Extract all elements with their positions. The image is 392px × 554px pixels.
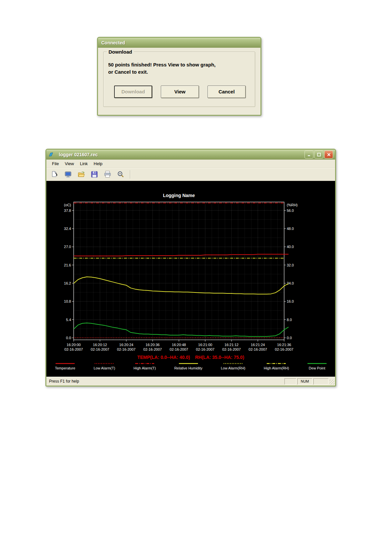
y-left-tick-label: 5.4 <box>66 318 71 322</box>
toolbar-print-button[interactable] <box>102 169 113 179</box>
status-cell-num: NUM <box>297 378 312 385</box>
y-left-axis-title: (oC) <box>64 203 71 207</box>
window-titlebar[interactable]: logger 021607.rec <box>46 150 335 160</box>
status-cell-empty-2 <box>313 378 329 385</box>
plot-border <box>74 202 284 340</box>
x-tick-date-label: 02-16-2007 <box>275 347 293 351</box>
dialog-title: Connected <box>98 40 125 45</box>
y-left-tick-label: 0.0 <box>66 336 71 340</box>
legend-item: Temperature <box>55 363 75 370</box>
chart-legend: TemperatureLow Alarm(T)High Alarm(T)Rela… <box>46 361 335 370</box>
legend-item: Relative Humidity <box>174 363 203 370</box>
legend-item-label: Relative Humidity <box>174 366 203 370</box>
y-right-tick-label: 0.0 <box>287 336 292 340</box>
page-background: Connected Download 50 points finished! P… <box>0 0 392 554</box>
legend-item: High Alarm(T) <box>134 363 156 370</box>
view-button[interactable]: View <box>161 86 199 98</box>
window-title: logger 021607.rec <box>56 152 98 157</box>
legend-line-sample <box>267 363 286 365</box>
legend-line-sample <box>135 363 154 365</box>
y-right-tick-label: 32.0 <box>287 263 294 267</box>
save-icon <box>90 170 98 178</box>
maximize-icon <box>317 153 321 157</box>
app-icon <box>48 152 54 157</box>
chart-area: 37.832.427.021.616.210.85.40.0(oC)56.048… <box>46 181 335 377</box>
x-tick-time-label: 16:21:24 <box>251 343 265 347</box>
dialog-button-row: Download View Cancel <box>104 76 255 98</box>
cancel-button[interactable]: Cancel <box>208 86 246 98</box>
connected-dialog: Connected Download 50 points finished! P… <box>97 37 261 116</box>
y-left-tick-label: 37.8 <box>64 209 71 213</box>
toolbar-save-button[interactable] <box>89 169 100 179</box>
menu-file[interactable]: File <box>49 160 62 167</box>
x-tick-date-label: 02-16-2007 <box>196 347 214 351</box>
x-tick-date-label: 02-16-2007 <box>117 347 135 351</box>
x-tick-time-label: 16:21:00 <box>198 343 212 347</box>
legend-item: Dew Point <box>307 363 327 370</box>
open-file-icon <box>77 170 85 178</box>
x-tick-time-label: 16:21:12 <box>225 343 239 347</box>
menu-link[interactable]: Link <box>77 160 91 167</box>
x-tick-date-label: 02-16-2007 <box>222 347 241 351</box>
download-data-icon <box>51 170 59 178</box>
legend-item-label: Low Alarm(RH) <box>221 366 245 370</box>
y-left-tick-label: 32.4 <box>64 227 71 231</box>
legend-item-label: High Alarm(RH) <box>264 366 289 370</box>
zoom-icon <box>117 170 125 178</box>
toolbar-zoom-button[interactable] <box>115 169 126 179</box>
x-tick-date-label: 02-16-2007 <box>143 347 162 351</box>
series-relative-humidity <box>74 277 288 294</box>
y-left-tick-label: 21.6 <box>64 263 71 267</box>
y-right-tick-label: 40.0 <box>287 245 294 249</box>
y-right-tick-label: 56.0 <box>287 209 294 213</box>
legend-line-sample <box>95 363 114 365</box>
status-cell-empty-1 <box>284 378 296 385</box>
resize-grip[interactable] <box>330 380 334 385</box>
dialog-titlebar[interactable]: Connected <box>98 38 260 48</box>
minimize-button[interactable] <box>305 150 313 159</box>
toolbar-download-button[interactable] <box>50 169 60 179</box>
legend-item: High Alarm(RH) <box>264 363 289 370</box>
y-left-tick-label: 27.0 <box>64 245 71 249</box>
status-help-text: Press F1 for help <box>46 379 284 384</box>
maximize-button[interactable] <box>314 150 323 159</box>
toolbar-open-button[interactable] <box>76 169 86 179</box>
dialog-message-line2: or Cancel to exit. <box>108 69 148 75</box>
x-tick-time-label: 16:21:36 <box>277 343 291 347</box>
series-temperature <box>74 254 288 256</box>
x-tick-date-label: 02-16-2007 <box>64 347 83 351</box>
dialog-message-line1: 50 points finished! Press View to show g… <box>108 62 215 67</box>
legend-line-sample <box>224 363 243 365</box>
window-controls <box>305 150 335 159</box>
realtime-monitor-icon <box>64 170 72 178</box>
legend-line-sample <box>307 363 327 365</box>
logger-window: logger 021607.rec File View Link Help <box>45 149 336 387</box>
x-tick-date-label: 02-16-2007 <box>91 347 109 351</box>
download-groupbox: Download 50 points finished! Press View … <box>103 52 255 107</box>
y-right-tick-label: 8.0 <box>287 318 292 322</box>
x-tick-time-label: 16:20:36 <box>146 343 160 347</box>
alarm-limits-text: TEMP(LA: 0.0--HA: 40.0) RH(LA: 35.0--HA:… <box>46 355 335 361</box>
statusbar: Press F1 for help NUM <box>46 377 335 386</box>
y-right-tick-label: 16.0 <box>287 299 294 303</box>
dialog-message: 50 points finished! Press View to show g… <box>104 52 255 76</box>
legend-item-label: High Alarm(T) <box>134 366 156 370</box>
legend-item: Low Alarm(T) <box>94 363 115 370</box>
x-tick-time-label: 16:20:24 <box>119 343 134 347</box>
toolbar-realtime-button[interactable] <box>63 169 73 179</box>
x-tick-time-label: 16:20:12 <box>93 343 107 347</box>
close-icon <box>327 153 331 157</box>
menubar: File View Link Help <box>46 160 335 168</box>
y-left-tick-label: 10.8 <box>64 299 71 303</box>
download-button[interactable]: Download <box>114 86 152 98</box>
series-dew-point <box>74 323 288 337</box>
legend-item: Low Alarm(RH) <box>221 363 245 370</box>
y-right-tick-label: 48.0 <box>287 227 294 231</box>
x-tick-time-label: 16:20:48 <box>172 343 186 347</box>
y-right-axis-title: (%RH) <box>287 203 298 207</box>
x-tick-time-label: 16:20:00 <box>67 343 81 347</box>
menu-view[interactable]: View <box>62 160 77 167</box>
menu-help[interactable]: Help <box>91 160 106 167</box>
legend-item-label: Temperature <box>55 366 75 370</box>
close-button[interactable] <box>324 150 333 159</box>
